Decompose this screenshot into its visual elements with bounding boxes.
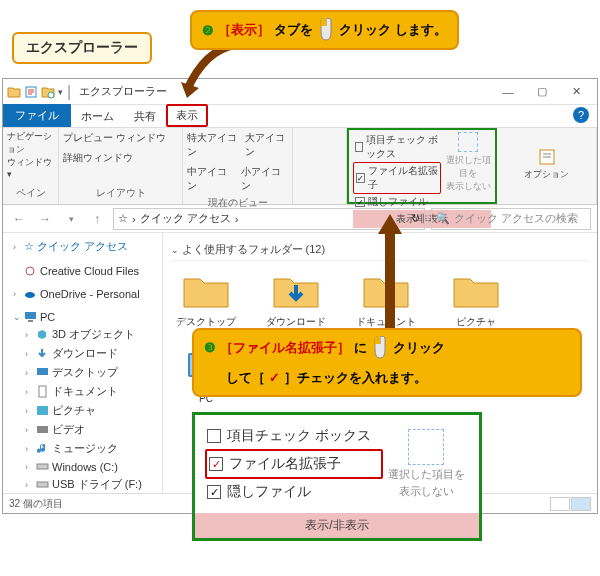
tree-pictures[interactable]: ›ピクチャ [5,401,160,420]
ribbon-group-options: オプション [497,128,597,204]
back-button[interactable]: ← [9,209,29,229]
up-button[interactable]: ↑ [87,209,107,229]
tree-ccf[interactable]: Creative Cloud Files [5,262,160,279]
step2-text3: します。 [395,21,447,39]
step2-text1: タブを [274,21,313,39]
search-input[interactable]: 🔍 クイック アクセスの検索 [431,208,591,230]
navigation-tree: ›☆クイック アクセス Creative Cloud Files ›OneDri… [3,233,163,493]
breadcrumb-quick-access[interactable]: クイック アクセス [140,211,231,226]
xl-icons-button[interactable]: 特大アイコン [187,130,239,160]
folder-icon[interactable] [7,85,21,99]
preview-pane-button[interactable]: プレビュー ウィンドウ [63,130,166,146]
tree-usb-f[interactable]: ›USB ドライブ (F:) [5,475,160,493]
tree-documents[interactable]: ›ドキュメント [5,382,160,401]
step3-t2: クリック [393,338,445,359]
minimize-button[interactable]: — [491,81,525,103]
arrow-step3 [370,210,410,340]
nav-pane-button[interactable]: ナビゲーションウィンドウ▾ [7,130,54,179]
enlarge-file-extensions[interactable]: ✓ファイル名拡張子 [205,449,383,479]
ribbon-group-panes: ナビゲーションウィンドウ▾ ペイン [3,128,59,204]
step3-l2b: ］チェックを入れます。 [284,368,427,389]
mouse-icon [317,18,335,42]
step3-t1: に [354,338,367,359]
ribbon-label-opt [501,198,592,202]
svg-rect-7 [28,320,33,322]
new-folder-icon[interactable] [41,85,55,99]
details-pane-button[interactable]: 詳細ウィンドウ [63,150,133,166]
enlarge-label: 表示/非表示 [195,513,479,538]
tree-pc[interactable]: ⌄PC [5,308,160,325]
tree-music[interactable]: ›ミュージック [5,439,160,458]
ribbon-tabs: ファイル ホーム 共有 表示 ? [3,105,597,127]
item-checkboxes-toggle[interactable]: 項目チェック ボックス [353,132,441,162]
tree-quick-access[interactable]: ›☆クイック アクセス [5,237,160,256]
svg-point-2 [48,92,54,98]
address-bar: ← → ▾ ↑ ☆ › クイック アクセス › ⌄ ↻ 🔍 クイック アクセスの… [3,205,597,233]
l-icons-button[interactable]: 大アイコン [245,130,288,160]
tree-onedrive[interactable]: ›OneDrive - Personal [5,285,160,302]
step3-check: ✓ [269,368,280,389]
enlarged-show-hide-panel: 項目チェック ボックス ✓ファイル名拡張子 ✓隠しファイル 選択した項目を 表示… [192,412,482,541]
maximize-button[interactable]: ▢ [525,81,559,103]
tree-c-drive[interactable]: ›Windows (C:) [5,458,160,475]
ribbon-group-sort [293,128,347,204]
refresh-button[interactable]: ↻ [411,212,420,225]
step2-text2: クリック [339,21,391,39]
icons-view-button[interactable] [571,497,591,511]
item-pictures[interactable]: ピクチャ [441,271,511,329]
ribbon: ナビゲーションウィンドウ▾ ペイン プレビュー ウィンドウ 詳細ウィンドウ レイ… [3,127,597,205]
page-icon [408,429,444,465]
tree-videos[interactable]: ›ビデオ [5,420,160,439]
help-button[interactable]: ? [573,107,589,123]
callout-step3: ❸ ［ファイル名拡張子］ に クリック して［✓］チェックを入れます。 [192,328,582,397]
step2-bracket: ［表示］ [218,21,270,39]
item-downloads[interactable]: ダウンロード [261,271,331,329]
qat-dropdown-icon[interactable]: ▾ [58,87,63,97]
callout-step2: ❷ ［表示］ タブを クリックします。 [190,10,459,50]
enlarge-hide-selected[interactable]: 選択した項目を 表示しない [383,423,469,505]
tab-share[interactable]: 共有 [124,106,166,127]
svg-rect-13 [37,482,48,487]
tab-home[interactable]: ホーム [71,106,124,127]
forward-button[interactable]: → [35,209,55,229]
tree-3d[interactable]: ›3D オブジェクト [5,325,160,344]
properties-icon[interactable] [24,85,38,99]
step3-l2a: して［ [226,368,265,389]
svg-rect-6 [25,312,36,319]
s-icons-button[interactable]: 小アイコン [241,164,289,194]
svg-rect-9 [39,386,46,397]
ribbon-group-show-hide: 項目チェック ボックス ✓ファイル名拡張子 ✓隠しファイル 選択した項目を表示し… [347,128,497,204]
options-button[interactable]: オプション [524,148,569,181]
quick-access-toolbar: ▾ [7,85,63,99]
step2-number: ❷ [202,23,214,38]
ribbon-label-panes: ペイン [7,184,54,202]
enlarge-hidden-files[interactable]: ✓隠しファイル [205,479,383,505]
svg-point-4 [26,267,34,275]
file-extensions-toggle[interactable]: ✓ファイル名拡張子 [353,162,441,194]
tab-file[interactable]: ファイル [3,104,71,127]
star-icon: ☆ [118,212,128,225]
titlebar: ▾ | エクスプローラー — ▢ ✕ [3,79,597,105]
svg-point-5 [25,292,35,298]
ribbon-group-layout: 特大アイコン 大アイコン 中アイコン 小アイコン 現在のビュー [183,128,293,204]
tree-desktop[interactable]: ›デスクトップ [5,363,160,382]
window-title: エクスプローラー [79,84,167,99]
recent-button[interactable]: ▾ [61,209,81,229]
close-button[interactable]: ✕ [559,81,593,103]
m-icons-button[interactable]: 中アイコン [187,164,235,194]
tree-downloads[interactable]: ›ダウンロード [5,344,160,363]
enlarge-item-checkboxes[interactable]: 項目チェック ボックス [205,423,383,449]
item-desktop[interactable]: デスクトップ [171,271,241,329]
hide-selected-button[interactable]: 選択した項目を表示しない [445,132,491,193]
mouse-icon [371,336,389,360]
svg-rect-8 [37,368,48,375]
search-icon: 🔍 [436,212,450,225]
ribbon-label-layout: レイアウト [63,184,178,202]
step3-bracket: ［ファイル名拡張子］ [220,338,350,359]
titlebar-separator: | [67,83,71,101]
svg-rect-11 [37,426,48,433]
ribbon-group-nav-windows: プレビュー ウィンドウ 詳細ウィンドウ レイアウト [59,128,183,204]
svg-rect-10 [37,406,48,415]
details-view-button[interactable] [550,497,570,511]
step3-number: ❸ [204,338,216,359]
